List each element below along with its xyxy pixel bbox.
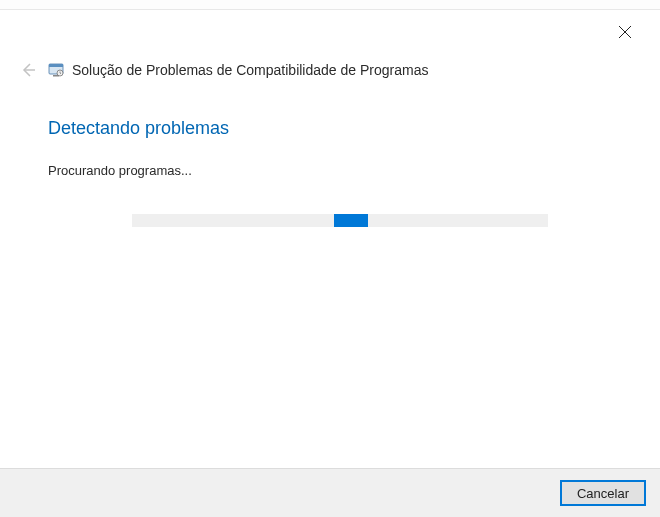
wizard-title: Solução de Problemas de Compatibilidade … — [72, 62, 428, 78]
svg-rect-4 — [49, 64, 63, 67]
wizard-header: Solução de Problemas de Compatibilidade … — [0, 10, 660, 82]
cancel-button[interactable]: Cancelar — [560, 480, 646, 506]
page-heading: Detectando problemas — [48, 118, 612, 139]
progress-indicator — [334, 214, 368, 227]
footer-panel: Cancelar — [0, 468, 660, 517]
progress-bar — [132, 214, 548, 227]
back-button — [16, 58, 40, 82]
content-area: Detectando problemas Procurando programa… — [0, 82, 660, 227]
window-top-strip — [0, 0, 660, 10]
troubleshooter-icon — [48, 62, 64, 78]
status-text: Procurando programas... — [48, 163, 612, 178]
back-arrow-icon — [19, 61, 37, 79]
close-button[interactable] — [615, 22, 635, 42]
close-icon — [619, 26, 631, 38]
